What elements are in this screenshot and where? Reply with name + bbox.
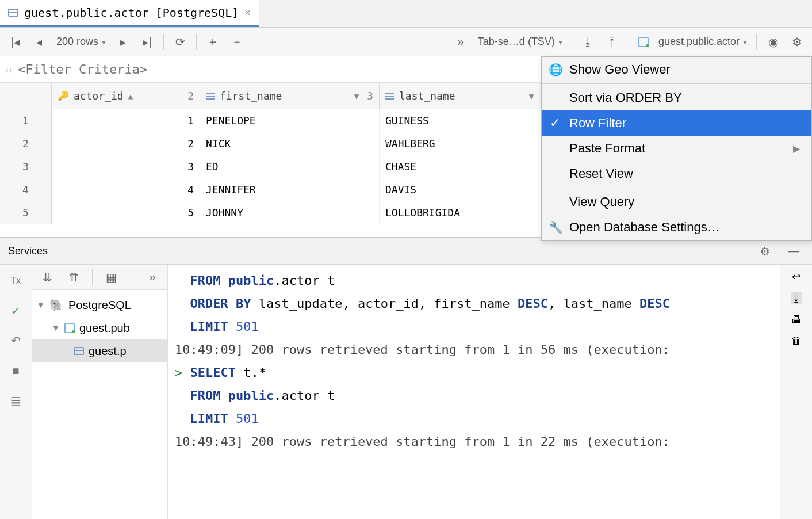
- menu-paste-format[interactable]: Paste Format ▶: [542, 136, 811, 161]
- cell-actor-id[interactable]: 2: [52, 132, 200, 155]
- soft-wrap-button[interactable]: ↩: [792, 270, 800, 283]
- column-icon: [385, 93, 394, 100]
- column-header-actor-id[interactable]: 🔑 actor_id ▲ 2: [52, 83, 200, 109]
- menu-reset-view[interactable]: Reset View: [542, 161, 811, 186]
- table-icon: [74, 347, 84, 355]
- row-number: 5: [0, 201, 52, 224]
- check-icon: ✓: [550, 116, 560, 131]
- datasource-icon: [64, 323, 75, 333]
- view-toggle-button[interactable]: ◉: [763, 32, 783, 52]
- cell-actor-id[interactable]: 1: [52, 109, 200, 132]
- row-number: 3: [0, 155, 52, 178]
- services-left-gutter: Tx ✓ ↶ ■ ▤: [0, 265, 32, 519]
- tx-button[interactable]: Tx: [6, 270, 26, 291]
- commit-button[interactable]: ✓: [6, 300, 26, 321]
- editor-tab-bar: guest.public.actor [PostgreSQL] ×: [0, 0, 812, 28]
- column-header-first-name[interactable]: first_name ▼ 3: [200, 83, 380, 109]
- row-number: 2: [0, 132, 52, 155]
- menu-show-geo-viewer[interactable]: 🌐 Show Geo Viewer: [542, 57, 811, 82]
- sort-desc-icon: ▼: [354, 91, 359, 101]
- menu-sort-order-by[interactable]: Sort via ORDER BY: [542, 85, 811, 110]
- first-page-button[interactable]: |◂: [5, 32, 25, 52]
- tree-node-guest[interactable]: ▼ guest.pub: [32, 316, 167, 339]
- data-toolbar: |◂ ◂ 200 rows▾ ▸ ▸| ⟳ ＋ － » Tab-se…d (TS…: [0, 28, 812, 56]
- services-title: Services: [8, 245, 48, 257]
- wrench-icon: 🔧: [549, 220, 563, 234]
- reload-button[interactable]: ⟳: [170, 32, 190, 52]
- row-number: 4: [0, 178, 52, 201]
- search-icon: ⌕: [6, 63, 12, 75]
- layout-button[interactable]: ▤: [6, 390, 26, 411]
- cell-first-name[interactable]: JOHNNY: [200, 201, 380, 224]
- menu-open-db-settings[interactable]: 🔧 Open Database Settings…: [542, 215, 811, 240]
- add-row-button[interactable]: ＋: [202, 32, 223, 52]
- scroll-to-end-button[interactable]: ⭳: [791, 292, 802, 304]
- row-number: 1: [0, 109, 52, 132]
- next-page-button[interactable]: ▸: [113, 32, 133, 52]
- rollback-button[interactable]: ↶: [6, 330, 26, 351]
- cell-first-name[interactable]: NICK: [200, 132, 380, 155]
- table-icon: [8, 9, 18, 17]
- stop-button[interactable]: ■: [6, 360, 26, 381]
- tree-node-console[interactable]: guest.p: [32, 339, 167, 362]
- cell-last-name[interactable]: WAHLBERG: [380, 132, 554, 155]
- cell-last-name[interactable]: LOLLOBRIGIDA: [380, 201, 554, 224]
- services-right-gutter: ↩ ⭳ 🖶 🗑: [780, 265, 812, 519]
- menu-row-filter[interactable]: ✓ Row Filter: [542, 110, 811, 136]
- cell-last-name[interactable]: CHASE: [380, 155, 554, 178]
- collapse-all-button[interactable]: ⇈: [63, 267, 84, 288]
- cell-actor-id[interactable]: 3: [52, 155, 200, 178]
- tree-node-postgres[interactable]: ▼ 🐘 PostgreSQL: [32, 293, 167, 316]
- cell-last-name[interactable]: GUINESS: [380, 109, 554, 132]
- close-icon[interactable]: ×: [244, 7, 251, 19]
- column-header-last-name[interactable]: last_name ▼ 4: [380, 83, 554, 109]
- cell-actor-id[interactable]: 5: [52, 201, 200, 224]
- services-tree-column: ⇊ ⇈ ▦ » ▼ 🐘 PostgreSQL ▼ guest.pub: [32, 265, 168, 519]
- gutter-header: [0, 83, 52, 109]
- globe-icon: 🌐: [549, 63, 563, 77]
- settings-context-menu: 🌐 Show Geo Viewer Sort via ORDER BY ✓ Ro…: [541, 56, 812, 241]
- more-actions-button[interactable]: »: [450, 32, 471, 52]
- chevron-right-icon: ▶: [793, 143, 800, 154]
- export-format-dropdown[interactable]: Tab-se…d (TSV)▾: [474, 36, 566, 48]
- last-page-button[interactable]: ▸|: [137, 32, 158, 52]
- clear-button[interactable]: 🗑: [791, 335, 802, 347]
- tree-more-button[interactable]: »: [142, 267, 163, 288]
- settings-button[interactable]: ⚙: [787, 32, 807, 52]
- column-icon: [206, 93, 215, 100]
- postgres-icon: 🐘: [49, 298, 64, 312]
- tab-title: guest.public.actor [PostgreSQL]: [24, 6, 239, 20]
- cell-actor-id[interactable]: 4: [52, 178, 200, 201]
- group-button[interactable]: ▦: [101, 267, 121, 288]
- cell-first-name[interactable]: PENELOPE: [200, 109, 380, 132]
- services-header: Services ⚙ —: [0, 238, 812, 265]
- cell-first-name[interactable]: JENNIFER: [200, 178, 380, 201]
- print-button[interactable]: 🖶: [791, 314, 802, 326]
- prev-page-button[interactable]: ◂: [29, 32, 49, 52]
- services-panel: Services ⚙ — Tx ✓ ↶ ■ ▤ ⇊ ⇈ ▦ » ▼ 🐘: [0, 237, 812, 519]
- key-icon: 🔑: [58, 90, 69, 101]
- remove-row-button[interactable]: －: [227, 32, 247, 52]
- sort-desc-icon: ▼: [529, 91, 534, 101]
- cell-first-name[interactable]: ED: [200, 155, 380, 178]
- editor-tab[interactable]: guest.public.actor [PostgreSQL] ×: [0, 0, 259, 27]
- services-tree-toolbar: ⇊ ⇈ ▦ »: [32, 265, 167, 290]
- services-settings-button[interactable]: ⚙: [754, 241, 775, 262]
- services-console[interactable]: FROM public.actor t ORDER BY last_update…: [168, 265, 780, 519]
- export-button[interactable]: ⭳: [578, 32, 599, 52]
- services-tree: ▼ 🐘 PostgreSQL ▼ guest.pub guest.p: [32, 290, 167, 366]
- sort-asc-icon: ▲: [128, 91, 133, 101]
- row-count-dropdown[interactable]: 200 rows▾: [53, 36, 109, 48]
- datasource-dropdown[interactable]: guest.public.actor▾: [635, 36, 750, 48]
- services-minimize-button[interactable]: —: [783, 241, 804, 262]
- menu-view-query[interactable]: View Query: [542, 189, 811, 215]
- cell-last-name[interactable]: DAVIS: [380, 178, 554, 201]
- expand-all-button[interactable]: ⇊: [37, 267, 58, 288]
- datasource-icon: [638, 37, 649, 47]
- import-button[interactable]: ⭱: [602, 32, 623, 52]
